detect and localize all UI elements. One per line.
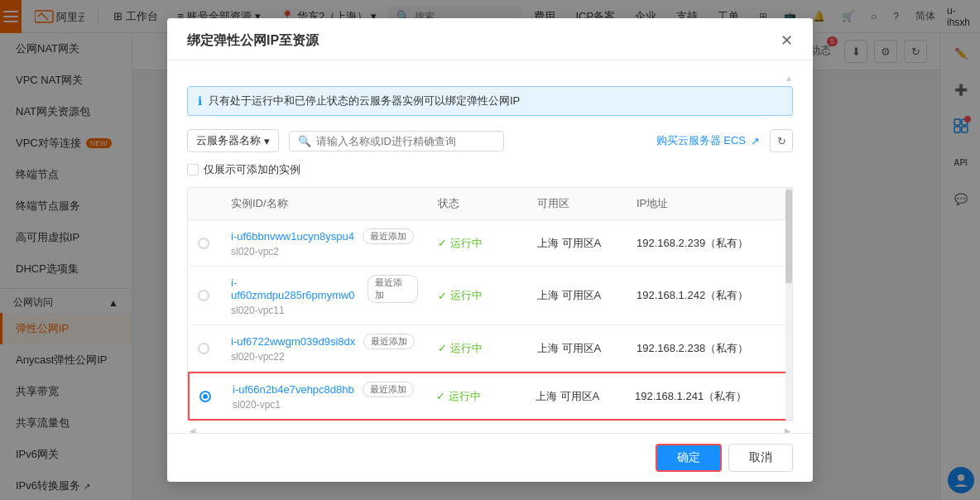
refresh-table-button[interactable]: ↻ bbox=[770, 129, 793, 152]
table-header-instance: 实例ID/名称 bbox=[221, 188, 428, 219]
confirm-button[interactable]: 确定 bbox=[656, 444, 722, 472]
status-indicator-4: ✓ 运行中 bbox=[436, 389, 516, 404]
status-check-2: ✓ bbox=[438, 290, 447, 302]
table-cell-status-2: ✓ 运行中 bbox=[428, 280, 527, 311]
tag-recent-3: 最近添加 bbox=[363, 334, 415, 349]
table-row-selected[interactable]: i-uf66n2b4e7vehpc8d8hb 最近添加 sl020-vpc1 ✓… bbox=[188, 372, 792, 421]
tag-recent-2: 最近添加 bbox=[368, 275, 418, 303]
instance-name-4: sl020-vpc1 bbox=[233, 399, 416, 411]
status-indicator-1: ✓ 运行中 bbox=[438, 236, 517, 251]
instance-id-4[interactable]: i-uf66n2b4e7vehpc8d8hb bbox=[233, 383, 354, 396]
table-cell-radio-1[interactable] bbox=[188, 229, 221, 257]
modal-header: 绑定弹性公网IP至资源 ✕ bbox=[167, 18, 813, 60]
table-cell-zone-2: 上海 可用区A bbox=[527, 280, 627, 311]
table-header-ip: IP地址 bbox=[627, 188, 792, 219]
modal-close-button[interactable]: ✕ bbox=[781, 31, 793, 50]
table-cell-ip-3: 192.168.2.238（私有） bbox=[627, 333, 792, 364]
scroll-up-indicator: ▲ bbox=[187, 74, 793, 83]
table-cell-instance-2: i-uf60zmdpu285r6pmymw0 最近添加 sl020-vpc11 bbox=[221, 267, 428, 325]
table-header: 实例ID/名称 状态 可用区 IP地址 bbox=[188, 188, 792, 220]
table-cell-instance-1: i-uf6bbnvww1ucyn8yspu4 最近添加 sl020-vpc2 bbox=[221, 220, 428, 266]
table-wrapper: 实例ID/名称 状态 可用区 IP地址 i-uf6bbnvww1ucyn8ysp… bbox=[187, 187, 793, 421]
tag-recent-1: 最近添加 bbox=[363, 228, 414, 244]
table-cell-status-3: ✓ 运行中 bbox=[428, 333, 527, 364]
filter-search-icon: 🔍 bbox=[298, 135, 311, 147]
table-cell-radio-3[interactable] bbox=[188, 334, 221, 363]
instance-name-1: sl020-vpc2 bbox=[231, 246, 418, 257]
instance-id-2[interactable]: i-uf60zmdpu285r6pmymw0 bbox=[231, 276, 359, 301]
tag-recent-4: 最近添加 bbox=[363, 382, 414, 397]
table-row[interactable]: i-uf6bbnvww1ucyn8yspu4 最近添加 sl020-vpc2 ✓… bbox=[188, 220, 792, 267]
table-header-radio bbox=[188, 188, 221, 219]
only-addable-label: 仅展示可添加的实例 bbox=[204, 162, 300, 177]
status-check-1: ✓ bbox=[438, 237, 447, 249]
instance-name-2: sl020-vpc11 bbox=[231, 305, 418, 316]
table-cell-ip-1: 192.168.2.239（私有） bbox=[627, 228, 792, 259]
status-check-4: ✓ bbox=[436, 390, 445, 402]
modal: 绑定弹性公网IP至资源 ✕ ▲ ℹ 只有处于运行中和已停止状态的云服务器实例可以… bbox=[167, 18, 813, 482]
table-cell-ip-4: 192.168.1.241（私有） bbox=[625, 381, 790, 412]
radio-3[interactable] bbox=[198, 343, 209, 354]
modal-overlay: 绑定弹性公网IP至资源 ✕ ▲ ℹ 只有处于运行中和已停止状态的云服务器实例可以… bbox=[0, 0, 980, 500]
table-cell-instance-4: i-uf66n2b4e7vehpc8d8hb 最近添加 sl020-vpc1 bbox=[223, 373, 426, 419]
table-cell-zone-4: 上海 可用区A bbox=[526, 381, 625, 412]
table-header-status: 状态 bbox=[428, 188, 527, 219]
table-cell-ip-2: 192.168.1.242（私有） bbox=[627, 280, 792, 311]
modal-body: ▲ ℹ 只有处于运行中和已停止状态的云服务器实例可以绑定弹性公网IP 云服务器名… bbox=[167, 60, 813, 482]
info-text: 只有处于运行中和已停止状态的云服务器实例可以绑定弹性公网IP bbox=[209, 94, 520, 108]
status-indicator-3: ✓ 运行中 bbox=[438, 341, 517, 356]
modal-footer: 确定 取消 bbox=[167, 433, 813, 482]
table-header-zone: 可用区 bbox=[527, 188, 627, 219]
filter-select[interactable]: 云服务器名称 ▾ bbox=[187, 129, 279, 152]
table-cell-status-4: ✓ 运行中 bbox=[426, 381, 526, 412]
table-row[interactable]: i-uf6722wwgm039d9si8dx 最近添加 sl020-vpc22 … bbox=[188, 325, 792, 372]
table-scrollbar-thumb bbox=[785, 190, 792, 282]
filter-search-box: 🔍 bbox=[289, 131, 504, 151]
table-row[interactable]: i-uf60zmdpu285r6pmymw0 最近添加 sl020-vpc11 … bbox=[188, 267, 792, 325]
buy-ecs-link[interactable]: 购买云服务器 ECS ↗ bbox=[656, 133, 760, 148]
status-check-3: ✓ bbox=[438, 342, 447, 354]
status-indicator-2: ✓ 运行中 bbox=[438, 288, 517, 303]
modal-scroll-area: ▲ ℹ 只有处于运行中和已停止状态的云服务器实例可以绑定弹性公网IP 云服务器名… bbox=[167, 60, 813, 433]
table-cell-radio-2[interactable] bbox=[188, 281, 221, 310]
external-link-icon: ↗ bbox=[751, 135, 760, 147]
filter-search-input[interactable] bbox=[316, 135, 495, 147]
only-addable-checkbox[interactable] bbox=[187, 164, 199, 175]
info-bar: ℹ 只有处于运行中和已停止状态的云服务器实例可以绑定弹性公网IP bbox=[187, 86, 793, 116]
cancel-button[interactable]: 取消 bbox=[728, 444, 793, 472]
table-cell-radio-4[interactable] bbox=[190, 382, 223, 411]
table-scroll-controls: ◄ ► bbox=[187, 425, 793, 433]
filter-row: 云服务器名称 ▾ 🔍 购买云服务器 ECS ↗ ↻ bbox=[187, 129, 793, 152]
radio-1[interactable] bbox=[198, 238, 209, 249]
checkbox-row: 仅展示可添加的实例 bbox=[187, 162, 793, 177]
instance-name-3: sl020-vpc22 bbox=[231, 351, 418, 363]
table-cell-zone-3: 上海 可用区A bbox=[527, 333, 627, 364]
table-cell-status-1: ✓ 运行中 bbox=[428, 228, 527, 259]
instance-id-3[interactable]: i-uf6722wwgm039d9si8dx bbox=[231, 335, 355, 348]
scroll-left-icon[interactable]: ◄ bbox=[187, 425, 198, 433]
radio-2[interactable] bbox=[198, 290, 209, 301]
table-scrollbar[interactable] bbox=[785, 188, 792, 421]
scroll-right-icon[interactable]: ► bbox=[782, 425, 793, 433]
info-icon: ℹ bbox=[198, 94, 202, 108]
radio-4[interactable] bbox=[199, 391, 211, 402]
table-cell-zone-1: 上海 可用区A bbox=[527, 228, 627, 259]
table-cell-instance-3: i-uf6722wwgm039d9si8dx 最近添加 sl020-vpc22 bbox=[221, 325, 428, 371]
filter-select-chevron: ▾ bbox=[264, 135, 270, 147]
modal-title: 绑定弹性公网IP至资源 bbox=[187, 32, 319, 50]
instance-id-1[interactable]: i-uf6bbnvww1ucyn8yspu4 bbox=[231, 230, 354, 243]
